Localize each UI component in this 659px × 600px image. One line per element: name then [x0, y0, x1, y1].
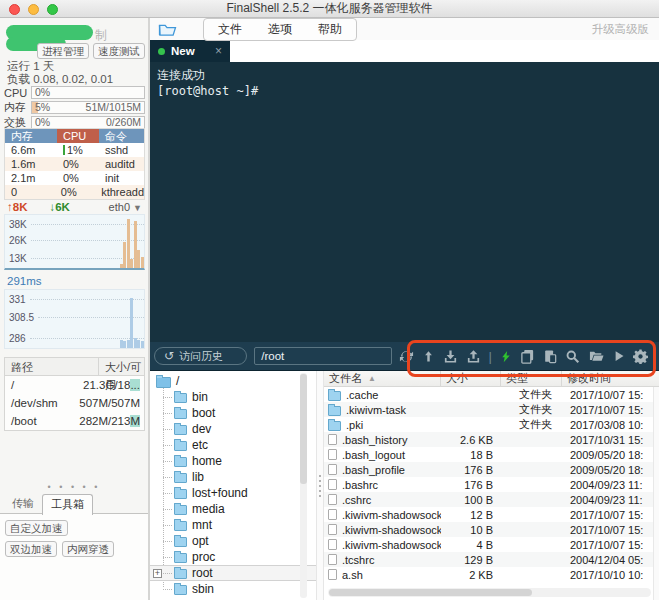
tree-item-root[interactable]: +root [150, 565, 316, 581]
copy-icon[interactable] [520, 349, 535, 364]
tree-item-lib[interactable]: lib [150, 469, 316, 485]
file-modified-cell: 2017/10/31 15: [562, 434, 659, 446]
folder-icon [174, 521, 187, 531]
upload-icon[interactable] [466, 349, 481, 364]
process-header-cpu[interactable]: CPU [57, 129, 99, 143]
menu-item-2[interactable]: 帮助 [318, 21, 342, 38]
disk-size-highlight: M [130, 415, 140, 427]
open-folder-icon[interactable] [588, 349, 605, 363]
open-connection-folder-icon[interactable] [158, 22, 177, 37]
file-modified-cell: 2017/10/10 10: [562, 569, 659, 581]
sidebar-button-1[interactable]: 速度测试 [93, 43, 145, 59]
file-icon [328, 464, 337, 475]
file-row[interactable]: .kiwivm-shadowsock...10 B2017/10/07 15: [324, 522, 659, 537]
disk-usage-table: 路径 大小/可用 /21.3G/18.../dev/shm507M/507M/b… [4, 357, 145, 431]
disk-size: 282M/213M [79, 412, 144, 430]
tree-item-root[interactable]: / [150, 373, 316, 389]
process-header-memory[interactable]: 内存 [5, 129, 57, 143]
tree-list-splitter[interactable] [316, 371, 324, 600]
tree-item-label: mnt [192, 518, 212, 532]
interface-selector[interactable]: eth0 ▼ [109, 201, 142, 213]
file-row[interactable]: .tcshrc129 B2004/12/04 05: [324, 552, 659, 567]
search-icon[interactable] [565, 349, 580, 364]
history-button[interactable]: ↺ 访问历史 [154, 347, 247, 365]
download-icon[interactable] [443, 349, 458, 364]
accel-button-1[interactable]: 双边加速 [5, 541, 57, 557]
tree-item-lost+found[interactable]: lost+found [150, 485, 316, 501]
run-icon[interactable] [613, 349, 625, 363]
upgrade-link[interactable]: 升级高级版 [592, 22, 650, 37]
tree-item-etc[interactable]: etc [150, 437, 316, 453]
close-window-button[interactable] [9, 4, 20, 15]
file-size-cell: 176 B [441, 464, 501, 476]
sidebar-button-0[interactable]: 进程管理 [37, 43, 89, 59]
chevron-down-icon: ▼ [133, 203, 142, 213]
process-row[interactable]: 6.6m1%sshd [5, 143, 144, 157]
tree-item-opt[interactable]: opt [150, 533, 316, 549]
file-row[interactable]: .bashrc176 B2004/09/23 11: [324, 477, 659, 492]
process-row[interactable]: 00%kthreadd [5, 185, 144, 199]
tree-connector [163, 589, 172, 590]
disk-header-size[interactable]: 大小/可用 [99, 358, 144, 375]
lightning-icon[interactable] [500, 349, 512, 364]
file-modified-cell: 2017/03/08 10: [562, 419, 659, 431]
tree-item-proc[interactable]: proc [150, 549, 316, 565]
tree-item-mnt[interactable]: mnt [150, 517, 316, 533]
terminal-output[interactable]: 连接成功[root@host ~]# [150, 62, 659, 342]
file-row[interactable]: .cache文件夹2017/10/07 15: [324, 387, 659, 402]
maximize-window-button[interactable] [47, 4, 58, 15]
tree-item-sbin[interactable]: sbin [150, 581, 316, 597]
tree-item-label: bin [192, 390, 208, 404]
menu-item-1[interactable]: 选项 [268, 21, 292, 38]
disk-row[interactable]: /dev/shm507M/507M [5, 394, 144, 412]
memory-meter-bar: 5% 51M/1015M [31, 101, 145, 114]
move-up-icon[interactable] [422, 350, 435, 363]
accel-button-2[interactable]: 内网穿透 [62, 541, 114, 557]
file-row[interactable]: .pki文件夹2017/03/08 10: [324, 417, 659, 432]
file-list-horizontal-scrollbar[interactable] [328, 588, 651, 597]
column-header-type[interactable]: 类型 [501, 371, 562, 386]
bottom-tab-工具箱[interactable]: 工具箱 [42, 494, 93, 515]
memory-meter-value: 5% [35, 102, 50, 113]
file-row[interactable]: .bash_logout18 B2009/05/20 18: [324, 447, 659, 462]
minimize-window-button[interactable] [28, 4, 39, 15]
expand-icon[interactable]: + [153, 569, 162, 578]
path-input[interactable]: /root [254, 347, 391, 365]
sidebar-top-buttons: 进程管理速度测试 [37, 43, 145, 59]
tree-item-bin[interactable]: bin [150, 389, 316, 405]
disk-row[interactable]: /21.3G/18... [5, 376, 144, 394]
column-header-modified[interactable]: 修改时间 [562, 371, 659, 386]
bottom-tab-传输[interactable]: 传输 [4, 494, 42, 514]
file-row[interactable]: .cshrc100 B2004/09/23 11: [324, 492, 659, 507]
disk-header-path[interactable]: 路径 [5, 358, 99, 375]
tree-item-dev[interactable]: dev [150, 421, 316, 437]
menu-item-0[interactable]: 文件 [218, 21, 242, 38]
tab-close-icon[interactable]: × [215, 44, 222, 58]
file-size-cell: 2.6 KB [441, 434, 501, 446]
file-row[interactable]: a.sh2 KB2017/10/10 10: [324, 567, 659, 582]
panel-resize-handle[interactable]: • • • • • [0, 482, 148, 492]
settings-icon[interactable] [633, 349, 648, 364]
tree-item-home[interactable]: home [150, 453, 316, 469]
file-row[interactable]: .bash_profile176 B2009/05/20 18: [324, 462, 659, 477]
file-row[interactable]: .kiwivm-shadowsock...12 B2017/10/07 15: [324, 507, 659, 522]
tree-item-media[interactable]: media [150, 501, 316, 517]
paste-icon[interactable] [543, 349, 557, 364]
accel-button-0[interactable]: 自定义加速 [5, 520, 68, 536]
file-browser: /binbootdevetchomeliblost+foundmediamnto… [150, 370, 659, 600]
column-header-size[interactable]: 大小 [441, 371, 501, 386]
tree-scrollbar[interactable] [300, 373, 307, 598]
refresh-icon[interactable] [399, 349, 414, 364]
session-tab[interactable]: New × [150, 40, 230, 62]
file-row[interactable]: .kiwivm-shadowsock...4 B2017/10/07 15: [324, 537, 659, 552]
process-header-command[interactable]: 命令 [99, 129, 144, 143]
file-row[interactable]: .bash_history2.6 KB2017/10/31 15: [324, 432, 659, 447]
process-row[interactable]: 2.1m0%init [5, 171, 144, 185]
process-row[interactable]: 1.6m0%auditd [5, 157, 144, 171]
column-header-name[interactable]: 文件名▲ [324, 371, 441, 386]
directory-tree[interactable]: /binbootdevetchomeliblost+foundmediamnto… [150, 371, 316, 600]
tree-item-boot[interactable]: boot [150, 405, 316, 421]
folder-icon [174, 585, 187, 595]
file-row[interactable]: .kiwivm-task文件夹2017/10/07 15: [324, 402, 659, 417]
disk-row[interactable]: /boot282M/213M [5, 412, 144, 430]
